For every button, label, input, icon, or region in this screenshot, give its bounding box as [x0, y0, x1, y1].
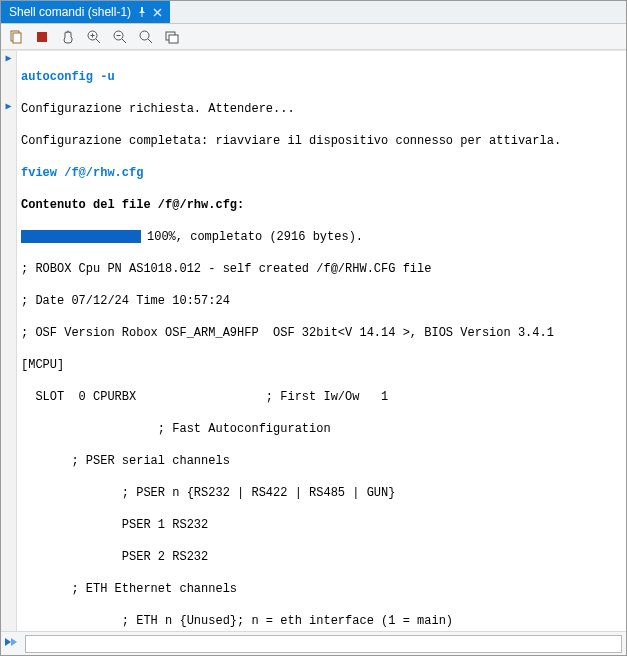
- prompt-arrow-icon: ▶: [1, 51, 16, 67]
- command-input[interactable]: [25, 635, 622, 653]
- copy-icon[interactable]: [7, 28, 25, 46]
- console-line: Configurazione completata: riavviare il …: [21, 133, 622, 149]
- zoom-reset-icon[interactable]: [137, 28, 155, 46]
- toolbar: [1, 24, 626, 50]
- tab-strip: Shell comandi (shell-1): [1, 1, 626, 24]
- svg-rect-1: [13, 33, 21, 43]
- progress-bar: [21, 230, 141, 243]
- console-line: Contenuto del file /f@/rhw.cfg:: [21, 197, 622, 213]
- console-line: ; Date 07/12/24 Time 10:57:24: [21, 293, 622, 309]
- progress-row: 100%, completato (2916 bytes).: [21, 229, 622, 245]
- console-line: ; ETH n {Unused}; n = eth interface (1 =…: [21, 613, 622, 629]
- zoom-in-icon[interactable]: [85, 28, 103, 46]
- console-line: ; PSER n {RS232 | RS422 | RS485 | GUN}: [21, 485, 622, 501]
- console-line: [MCPU]: [21, 357, 622, 373]
- tab-shell[interactable]: Shell comandi (shell-1): [1, 1, 170, 23]
- console-line: PSER 1 RS232: [21, 517, 622, 533]
- console-area: ▶ ▶ autoconfig -u Configurazione richies…: [1, 50, 626, 631]
- tab-title: Shell comandi (shell-1): [9, 5, 131, 19]
- stop-icon[interactable]: [33, 28, 51, 46]
- svg-rect-7: [169, 35, 178, 43]
- console-line: ; ETH Ethernet channels: [21, 581, 622, 597]
- svg-point-5: [140, 31, 149, 40]
- console-line: PSER 2 RS232: [21, 549, 622, 565]
- progress-label: 100%, completato (2916 bytes).: [147, 230, 363, 244]
- pin-icon[interactable]: [137, 7, 147, 17]
- console-line: ; ROBOX Cpu PN AS1018.012 - self created…: [21, 261, 622, 277]
- console-line: ; Fast Autoconfiguration: [21, 421, 622, 437]
- hand-pan-icon[interactable]: [59, 28, 77, 46]
- gutter: ▶ ▶: [1, 51, 17, 631]
- console-line: ; OSF Version Robox OSF_ARM_A9HFP OSF 32…: [21, 325, 622, 341]
- console-line: SLOT 0 CPURBX ; First Iw/Ow 1: [21, 389, 622, 405]
- console-line: Configurazione richiesta. Attendere...: [21, 101, 622, 117]
- console-output[interactable]: autoconfig -u Configurazione richiesta. …: [17, 51, 626, 631]
- close-icon[interactable]: [153, 8, 162, 17]
- cmd-line: fview /f@/rhw.cfg: [21, 165, 622, 181]
- cmd-line: autoconfig -u: [21, 69, 622, 85]
- prompt-arrow-icon: ▶: [1, 99, 16, 115]
- prompt-send-icon[interactable]: [5, 636, 21, 651]
- command-input-row: [1, 631, 626, 655]
- zoom-out-icon[interactable]: [111, 28, 129, 46]
- windows-icon[interactable]: [163, 28, 181, 46]
- svg-rect-2: [37, 32, 47, 42]
- console-line: ; PSER serial channels: [21, 453, 622, 469]
